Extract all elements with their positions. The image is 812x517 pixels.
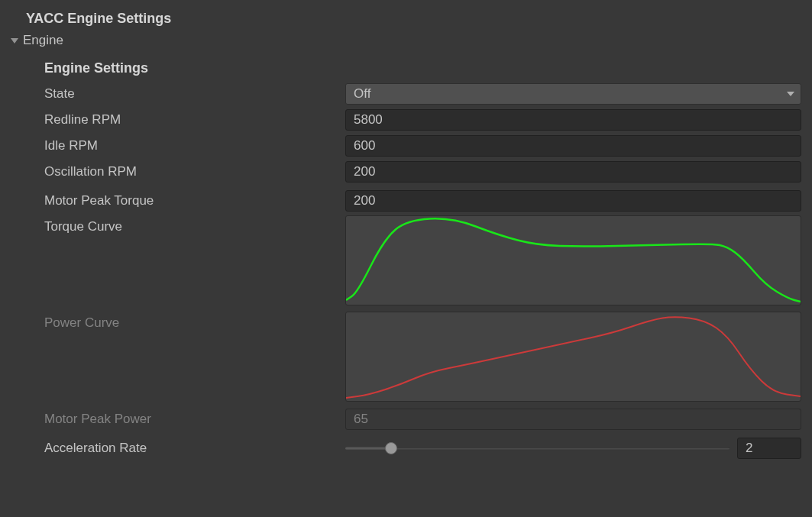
slider-track-line: [345, 448, 730, 450]
redline-rpm-input[interactable]: 5800: [345, 109, 801, 131]
state-label: State: [44, 82, 345, 105]
state-value: Off: [354, 86, 370, 101]
component-title: YACC Engine Settings: [0, 8, 812, 30]
motor-peak-torque-label: Motor Peak Torque: [44, 189, 345, 212]
motor-peak-torque-input[interactable]: 200: [345, 190, 801, 212]
state-dropdown[interactable]: Off: [345, 83, 801, 105]
acceleration-rate-input[interactable]: 2: [737, 438, 801, 459]
oscillation-rpm-input[interactable]: 200: [345, 161, 801, 183]
idle-rpm-label: Idle RPM: [44, 134, 345, 157]
torque-curve-field[interactable]: [345, 215, 801, 305]
redline-rpm-label: Redline RPM: [44, 108, 345, 131]
oscillation-rpm-label: Oscillation RPM: [44, 160, 345, 183]
power-curve-field[interactable]: [345, 312, 801, 402]
power-curve-svg: [346, 312, 801, 401]
acceleration-rate-label: Acceleration Rate: [44, 437, 345, 460]
chevron-down-icon: [787, 92, 794, 96]
acceleration-rate-slider[interactable]: [345, 439, 730, 457]
idle-rpm-input[interactable]: 600: [345, 135, 801, 157]
section-label: Engine: [23, 33, 63, 48]
torque-curve-svg: [346, 216, 801, 305]
slider-thumb[interactable]: [385, 442, 397, 454]
motor-peak-power-input: 65: [345, 409, 801, 430]
engine-settings-heading: Engine Settings: [44, 60, 801, 76]
motor-peak-power-label: Motor Peak Power: [44, 408, 345, 431]
power-curve-label: Power Curve: [44, 312, 345, 334]
chevron-down-icon: [11, 38, 18, 44]
engine-foldout[interactable]: Engine: [0, 30, 812, 51]
slider-track-fill: [345, 448, 391, 450]
torque-curve-label: Torque Curve: [44, 215, 345, 238]
